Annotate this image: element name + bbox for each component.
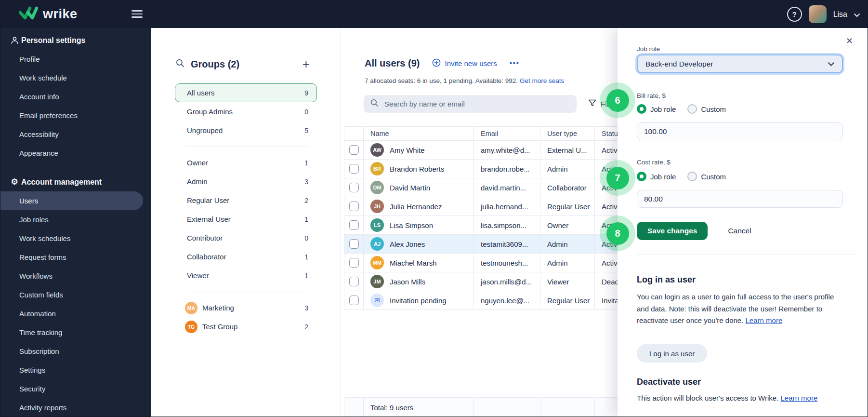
sidebar-item[interactable]: Request forms (0, 248, 151, 267)
sidebar-item[interactable]: Automation (0, 304, 151, 323)
radio-label[interactable]: Job role (650, 173, 676, 181)
sidebar-item[interactable]: Activity reports (0, 398, 151, 417)
sidebar-item[interactable]: Profile (0, 50, 151, 68)
group-list-item[interactable]: MA Marketing 3 (175, 298, 317, 317)
table-row[interactable]: MM Miachel Marsh testmounesh... Admin Ac… (344, 254, 656, 272)
column-header-name[interactable]: Name (364, 127, 474, 140)
group-list-item[interactable]: External User 1 (175, 210, 317, 229)
topbar-right: ? Lisa (787, 0, 860, 28)
table-row[interactable]: ✉ Invitation pending nguyen.lee@... Regu… (344, 291, 656, 310)
user-name-cell: BR Brandon Roberts (364, 160, 474, 178)
radio-unselected[interactable] (687, 172, 697, 181)
group-list-item[interactable]: Regular User 2 (175, 191, 317, 210)
wrike-admin-window: wrike ? Lisa Personal settings Profile (0, 0, 868, 417)
radio-label[interactable]: Custom (701, 105, 726, 113)
sidebar-item[interactable]: Work schedules (0, 229, 151, 248)
group-list-item[interactable]: Collaborator 1 (175, 247, 317, 266)
sidebar-item-label: Appearance (19, 149, 58, 157)
sidebar-item-label: Job roles (19, 215, 49, 224)
group-count: 9 (304, 89, 308, 97)
row-checkbox[interactable] (349, 239, 359, 249)
sidebar-item[interactable]: Personal settings (0, 31, 151, 50)
learn-more-link[interactable]: Learn more (746, 316, 783, 324)
hamburger-menu-icon[interactable] (132, 10, 143, 18)
sidebar-item[interactable]: Accessibility (0, 125, 151, 144)
user-name-text: Julia Hernandez (390, 202, 442, 211)
sidebar-item[interactable]: Job roles (0, 210, 151, 229)
user-name[interactable]: Lisa (833, 10, 847, 19)
table-row[interactable]: AW Amy White amy.white@d... External U..… (344, 141, 656, 160)
save-changes-button[interactable]: Save changes (637, 222, 708, 240)
column-header-user-type[interactable]: User type (540, 127, 595, 140)
sidebar-item[interactable]: Custom fields (0, 285, 151, 304)
get-more-seats-link[interactable]: Get more seats (520, 77, 564, 84)
sidebar-item[interactable]: Workflows (0, 267, 151, 285)
panel-actions: Save changes Cancel (637, 222, 754, 240)
group-list-item[interactable]: Ungrouped 5 (175, 121, 317, 140)
user-search-bar[interactable] (364, 95, 577, 113)
row-checkbox[interactable] (349, 202, 359, 211)
cancel-button[interactable]: Cancel (725, 226, 754, 236)
row-checkbox[interactable] (349, 164, 359, 174)
sidebar-item[interactable]: Appearance (0, 144, 151, 162)
cost-rate-job-role-option: Job role (637, 172, 676, 181)
group-count: 1 (304, 272, 308, 280)
sidebar-item[interactable]: Security (0, 379, 151, 398)
cost-rate-input[interactable]: 80.00 (637, 190, 843, 208)
group-list-item[interactable]: TG Test Group 2 (175, 317, 317, 336)
user-avatar[interactable] (809, 5, 827, 23)
sidebar-item[interactable]: Account info (0, 87, 151, 106)
radio-selected[interactable] (637, 172, 646, 181)
user-avatar: BR (370, 162, 384, 175)
job-role-select[interactable]: Back-end Developer (637, 54, 843, 73)
user-type-cell: Admin (540, 160, 595, 178)
sidebar-item[interactable]: Subscription (0, 342, 151, 361)
sidebar-item[interactable]: Email preferences (0, 106, 151, 125)
row-checkbox[interactable] (349, 258, 359, 268)
row-checkbox[interactable] (349, 183, 359, 192)
row-checkbox[interactable] (349, 220, 359, 230)
search-icon[interactable] (176, 59, 184, 69)
sidebar-item-label: Work schedules (19, 234, 70, 242)
invite-new-users-button[interactable]: Invite new users (432, 58, 497, 68)
radio-label[interactable]: Job role (650, 105, 676, 113)
chevron-down-icon[interactable] (854, 10, 860, 19)
sidebar-item[interactable]: Settings (0, 361, 151, 379)
groups-panel: Groups (2) + All users 9 Group Admins 0 (151, 28, 341, 417)
group-list-item[interactable]: Admin 3 (175, 172, 317, 191)
sidebar-item[interactable]: Time tracking (0, 323, 151, 342)
radio-unselected[interactable] (687, 104, 697, 114)
users-header: All users (9) Invite new users ••• (365, 54, 520, 73)
bill-rate-input[interactable]: 100.00 (637, 122, 843, 140)
column-header-email[interactable]: Email (474, 127, 540, 140)
table-row[interactable]: JH Julia Hernandez julia.hernand... Regu… (344, 197, 656, 216)
help-icon[interactable]: ? (787, 7, 802, 22)
group-list-item[interactable]: Owner 1 (175, 153, 317, 172)
sidebar-item[interactable]: ⚙ Account management (0, 173, 151, 191)
group-list-item[interactable]: Viewer 1 (175, 266, 317, 285)
more-actions-button[interactable]: ••• (510, 59, 520, 67)
group-avatar: TG (185, 321, 197, 333)
user-avatar: AJ (370, 237, 384, 251)
wrike-logo[interactable]: wrike (19, 6, 78, 23)
row-checkbox[interactable] (349, 277, 359, 286)
group-list-item[interactable]: All users 9 (175, 83, 317, 102)
add-group-icon[interactable]: + (302, 58, 310, 70)
table-row[interactable]: JM Jason Mills jason.mills@d... Viewer D… (344, 272, 656, 291)
group-list-item[interactable]: Contributor 0 (175, 229, 317, 247)
sidebar-item[interactable]: Work schedule (0, 68, 151, 87)
radio-selected[interactable] (637, 104, 646, 114)
cost-rate-label: Cost rate, $ (637, 159, 671, 166)
close-icon[interactable]: ✕ (846, 36, 853, 46)
sidebar-item[interactable]: Users (0, 191, 143, 210)
log-in-as-user-button[interactable]: Log in as user (637, 344, 707, 363)
row-checkbox[interactable] (349, 296, 359, 305)
learn-more-link[interactable]: Learn more (781, 394, 818, 402)
group-label: Marketing (202, 304, 234, 312)
row-checkbox[interactable] (349, 145, 359, 155)
group-list-item[interactable]: Group Admins 0 (175, 102, 317, 121)
search-input[interactable] (383, 99, 570, 108)
group-count: 1 (304, 215, 308, 223)
user-type-cell: Owner (540, 216, 595, 234)
radio-label[interactable]: Custom (701, 173, 726, 181)
